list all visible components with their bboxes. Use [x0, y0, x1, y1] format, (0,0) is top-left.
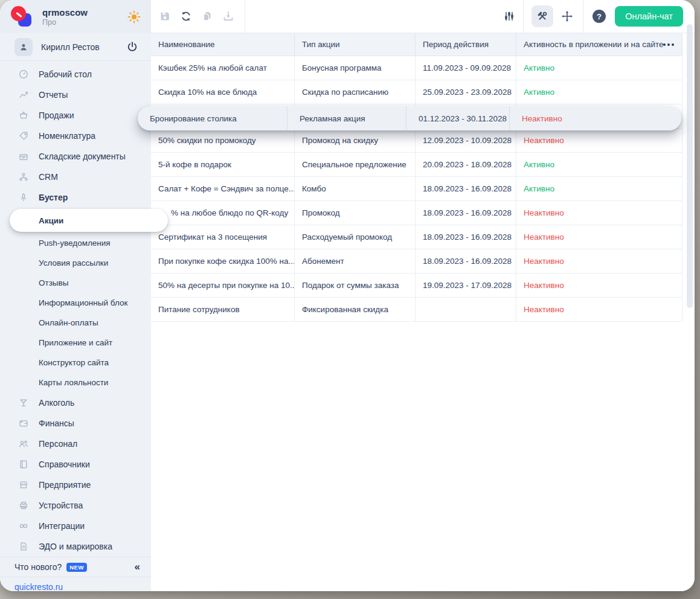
cell-period: 18.09.2023 - 16.09.2028 — [416, 177, 516, 200]
cell-type: Специальное предложение — [295, 153, 416, 176]
collapse-sidebar-icon[interactable]: « — [135, 561, 140, 573]
download-icon[interactable] — [222, 10, 234, 22]
sidebar-item[interactable]: Рабочий стол — [0, 64, 151, 85]
sidebar-item[interactable]: Интеграции — [0, 516, 151, 536]
tools-icon[interactable] — [531, 5, 553, 27]
sidebar-subitem[interactable]: Акции — [10, 209, 168, 232]
table-row[interactable]: 50% скидки по промокодуПромокод на скидк… — [151, 129, 682, 153]
sidebar-item[interactable]: Финансы — [0, 413, 151, 434]
dragged-table-row[interactable]: Бронирование столикаРекламная акция01.12… — [138, 106, 681, 130]
table-menu-icon[interactable] — [663, 43, 678, 46]
user-name: Кирилл Рестов — [41, 42, 117, 52]
sidebar-item-label: Складские документы — [39, 152, 126, 161]
online-chat-button[interactable]: Онлайн-чат — [615, 6, 683, 27]
vertical-scrollbar[interactable] — [687, 24, 693, 308]
sidebar-item[interactable]: ЭДО и маркировка — [0, 536, 151, 557]
cell-period: 18.09.2023 - 16.09.2028 — [416, 249, 516, 273]
cell-type: Расходуемый промокод — [295, 225, 416, 249]
move-icon[interactable] — [561, 10, 573, 22]
cell-status: Неактивно — [516, 249, 682, 273]
refresh-icon[interactable] — [180, 10, 192, 22]
table-row[interactable]: 5-й кофе в подарокСпециальное предложени… — [151, 153, 682, 177]
cell-type: Промокод — [295, 201, 416, 225]
column-header-label: Период действия — [423, 40, 489, 49]
cell-status: Активно — [516, 56, 682, 80]
brand-title: qrmoscow — [42, 7, 127, 18]
table-row[interactable]: Сертификат на 3 посещенияРасходуемый про… — [151, 225, 682, 249]
sidebar-item[interactable]: Справочники — [0, 454, 151, 475]
alcohol-icon — [18, 397, 29, 408]
sidebar-header: qrmoscow Про — [0, 0, 151, 33]
sidebar-item[interactable]: Номенклатура — [0, 126, 151, 146]
cell-period: 25.09.2023 - 23.09.2028 — [416, 80, 516, 104]
site-link[interactable]: quickresto.ru — [14, 582, 63, 591]
tag-icon — [18, 130, 29, 141]
cell-period: 12.09.2023 - 10.09.2028 — [416, 129, 516, 152]
cell-name: % на любое блюдо по QR-коду — [151, 201, 295, 225]
table-row[interactable]: Кэшбек 25% на любой салатБонусная програ… — [151, 56, 682, 80]
sidebar-item[interactable]: Продажи — [0, 105, 151, 126]
sidebar-item[interactable]: Алкоголь — [0, 392, 151, 413]
printer-icon — [18, 500, 29, 511]
column-header[interactable]: Активность в приложении и на сайте — [516, 33, 682, 56]
svg-text:?: ? — [597, 12, 602, 21]
toolbar-divider — [523, 0, 524, 33]
sidebar-item[interactable]: CRM — [0, 167, 151, 187]
sidebar-subitem[interactable]: Условия рассылки — [0, 253, 151, 273]
quickresto-logo[interactable] — [11, 6, 33, 28]
cell-type: Подарок от суммы заказа — [295, 274, 416, 297]
table-row[interactable]: Скидка 10% на все блюдаСкидка по расписа… — [151, 80, 682, 104]
cell-period: 11.09.2023 - 09.09.2028 — [416, 56, 516, 80]
column-header[interactable]: Период действия — [416, 33, 516, 56]
user-avatar-icon — [14, 38, 33, 56]
column-header-label: Тип акции — [302, 40, 339, 49]
sidebar-subitem[interactable]: Конструктор сайта — [0, 353, 151, 373]
table-row[interactable]: % на любое блюдо по QR-кодуПромокод18.09… — [151, 201, 682, 225]
table-row[interactable]: Питание сотрудниковФиксированная скидкаН… — [151, 298, 682, 322]
sidebar-item-label: Отчеты — [39, 90, 68, 100]
people-icon — [18, 438, 29, 449]
help-icon[interactable]: ? — [591, 8, 607, 24]
cell-type: Промокод на скидку — [295, 129, 416, 152]
table-row[interactable]: При покупке кофе скидка 100% на...Абонем… — [151, 249, 682, 274]
sidebar-item-label: CRM — [39, 172, 58, 182]
logout-icon[interactable] — [126, 40, 139, 54]
sidebar-item-label: Справочники — [39, 460, 90, 469]
copy-icon[interactable] — [201, 10, 213, 22]
table-row[interactable]: 50% на десерты при покупке на 10...Подар… — [151, 274, 682, 298]
column-header[interactable]: Наименование — [151, 33, 295, 56]
table-row[interactable]: Салат + Кофе = Сэндвич за полце...Комбо1… — [151, 177, 682, 201]
sidebar-item[interactable]: Складские документы — [0, 146, 151, 167]
cell-name: 50% на десерты при покупке на 10... — [151, 274, 295, 297]
cell-name: Кэшбек 25% на любой салат — [151, 56, 295, 80]
cell-name: Скидка 10% на все блюда — [151, 80, 295, 104]
cell-name: Питание сотрудников — [151, 298, 295, 321]
cell-type: Абонемент — [295, 249, 416, 273]
whats-new-label: Что нового? — [14, 562, 62, 572]
table-body: Кэшбек 25% на любой салатБонусная програ… — [151, 56, 695, 322]
sliders-icon[interactable] — [503, 10, 515, 22]
sidebar-item[interactable]: Отчеты — [0, 85, 151, 105]
sidebar-subitem[interactable]: Отзывы — [0, 273, 151, 293]
sidebar-item[interactable]: Персонал — [0, 434, 151, 454]
sidebar-subitem[interactable]: Онлайн-оплаты — [0, 313, 151, 333]
sidebar-subitem[interactable]: Карты лояльности — [0, 373, 151, 392]
whats-new-row[interactable]: Что нового? NEW « — [0, 557, 151, 577]
sidebar-subitem[interactable]: Push-уведомления — [0, 233, 151, 253]
book-icon — [18, 459, 29, 470]
cell-status: Неактивно — [516, 274, 682, 297]
sidebar-subitem[interactable]: Информационный блок — [0, 293, 151, 313]
brightness-icon[interactable] — [127, 10, 141, 24]
cell-status: Неактивно — [509, 106, 681, 130]
column-header[interactable]: Тип акции — [295, 33, 416, 56]
cell-status: Неактивно — [516, 225, 682, 249]
column-header-label: Наименование — [158, 40, 215, 49]
sidebar-item-label: Предприятие — [39, 480, 91, 490]
sidebar-item[interactable]: Бустер — [0, 187, 151, 208]
user-row[interactable]: Кирилл Рестов — [0, 33, 151, 61]
sidebar-item-label: Устройства — [39, 501, 83, 510]
sidebar-subitem[interactable]: Приложение и сайт — [0, 333, 151, 353]
save-icon[interactable] — [159, 10, 171, 22]
sidebar-item[interactable]: Предприятие — [0, 475, 151, 495]
sidebar-item[interactable]: Устройства — [0, 495, 151, 516]
